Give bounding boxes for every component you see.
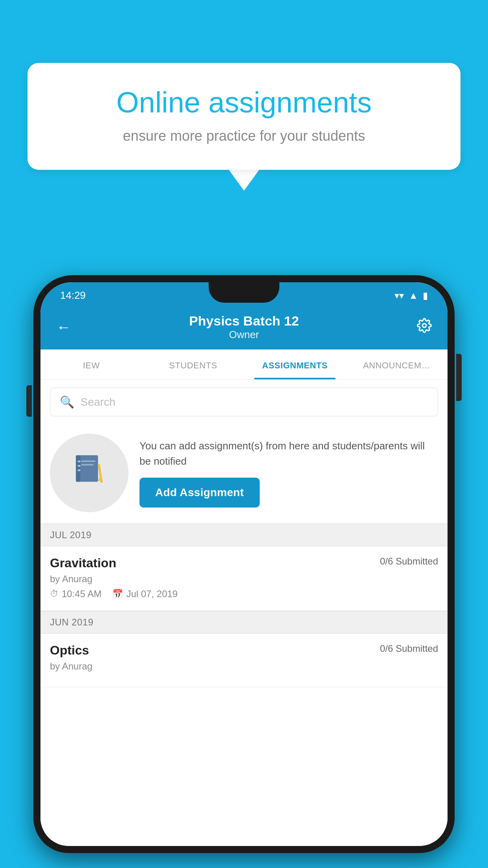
month-separator-jul: JUL 2019 xyxy=(40,524,448,546)
battery-icon: ▮ xyxy=(423,290,428,301)
signal-icon: ▲ xyxy=(409,290,418,301)
status-icons: ▾▾ ▲ ▮ xyxy=(394,290,428,301)
assignment-submitted-optics: 0/6 Submitted xyxy=(380,643,438,654)
wifi-icon: ▾▾ xyxy=(394,290,404,301)
svg-rect-4 xyxy=(78,465,81,467)
phone-container: 14:29 ▾▾ ▲ ▮ ← Physics Batch 12 Owner xyxy=(33,275,455,868)
header-title: Physics Batch 12 xyxy=(71,313,417,329)
search-icon: 🔍 xyxy=(60,395,74,409)
status-time: 14:29 xyxy=(60,289,86,302)
phone-screen: 14:29 ▾▾ ▲ ▮ ← Physics Batch 12 Owner xyxy=(40,282,448,846)
tab-announcements[interactable]: ANNOUNCEM… xyxy=(346,349,448,379)
add-assignment-button[interactable]: Add Assignment xyxy=(139,478,260,508)
svg-rect-7 xyxy=(81,464,94,465)
speech-bubble: Online assignments ensure more practice … xyxy=(28,63,460,170)
promo-right: You can add assignment(s) from here and … xyxy=(139,438,438,508)
assignment-details-gravitation: ⏱ 10:45 AM 📅 Jul 07, 2019 xyxy=(50,588,438,600)
tab-iew[interactable]: IEW xyxy=(40,349,142,379)
svg-rect-6 xyxy=(81,460,95,462)
assignment-date: 📅 Jul 07, 2019 xyxy=(112,588,178,600)
search-bar[interactable]: 🔍 Search xyxy=(50,388,438,416)
assignment-item-gravitation[interactable]: Gravitation 0/6 Submitted by Anurag ⏱ 10… xyxy=(40,546,448,611)
assignment-time: ⏱ 10:45 AM xyxy=(50,588,101,600)
assignment-title-gravitation: Gravitation xyxy=(50,556,116,570)
calendar-icon: 📅 xyxy=(112,589,123,599)
back-button[interactable]: ← xyxy=(56,319,71,336)
header-subtitle: Owner xyxy=(71,329,417,341)
tabs-container: IEW STUDENTS ASSIGNMENTS ANNOUNCEM… xyxy=(40,349,448,380)
status-bar: 14:29 ▾▾ ▲ ▮ xyxy=(40,282,448,306)
notebook-icon xyxy=(72,452,107,495)
month-separator-jun: JUN 2019 xyxy=(40,611,448,634)
tab-assignments[interactable]: ASSIGNMENTS xyxy=(244,349,346,379)
speech-bubble-container: Online assignments ensure more practice … xyxy=(28,63,460,191)
promo-block: You can add assignment(s) from here and … xyxy=(40,424,448,524)
assignment-item-optics[interactable]: Optics 0/6 Submitted by Anurag xyxy=(40,634,448,687)
svg-rect-3 xyxy=(78,460,81,462)
speech-bubble-tail xyxy=(228,169,260,191)
promo-icon-circle xyxy=(50,434,128,512)
phone-outer: 14:29 ▾▾ ▲ ▮ ← Physics Batch 12 Owner xyxy=(33,275,455,853)
svg-rect-5 xyxy=(78,469,81,471)
assignment-header-optics: Optics 0/6 Submitted xyxy=(50,643,438,658)
assignment-header: Gravitation 0/6 Submitted xyxy=(50,556,438,570)
assignment-meta-gravitation: by Anurag xyxy=(50,574,438,585)
app-header: ← Physics Batch 12 Owner xyxy=(40,306,448,349)
content-area: 🔍 Search xyxy=(40,380,448,846)
assignment-title-optics: Optics xyxy=(50,643,89,658)
promo-text: You can add assignment(s) from here and … xyxy=(139,438,438,469)
assignment-meta-optics: by Anurag xyxy=(50,661,438,672)
header-title-block: Physics Batch 12 Owner xyxy=(71,313,417,341)
svg-point-0 xyxy=(422,324,426,327)
tab-students[interactable]: STUDENTS xyxy=(142,349,244,379)
clock-icon: ⏱ xyxy=(50,589,59,599)
search-placeholder: Search xyxy=(81,396,116,408)
settings-button[interactable] xyxy=(417,318,432,337)
svg-rect-2 xyxy=(76,455,80,482)
speech-bubble-subtitle: ensure more practice for your students xyxy=(55,128,433,144)
speech-bubble-title: Online assignments xyxy=(55,86,433,118)
assignment-submitted-gravitation: 0/6 Submitted xyxy=(380,556,438,567)
search-container: 🔍 Search xyxy=(40,380,448,424)
